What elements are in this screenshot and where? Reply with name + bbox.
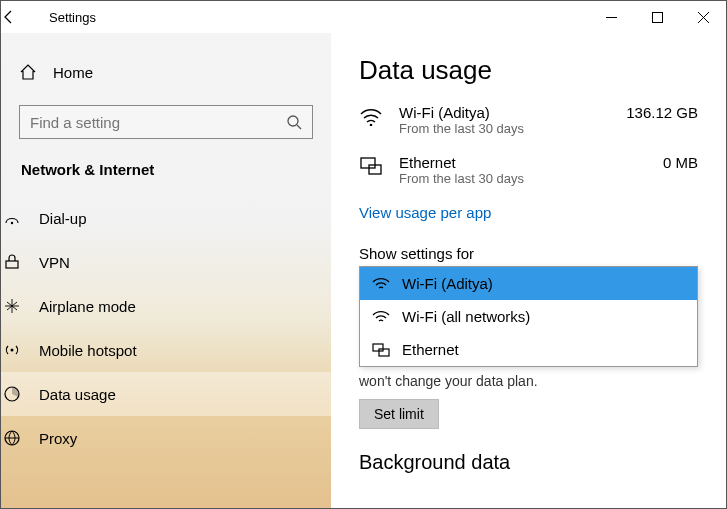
- proxy-icon: [3, 429, 21, 447]
- svg-point-4: [11, 222, 13, 224]
- svg-rect-10: [361, 158, 375, 168]
- ethernet-icon: [372, 343, 390, 357]
- svg-rect-5: [6, 261, 18, 268]
- back-button[interactable]: [1, 9, 49, 25]
- maximize-button[interactable]: [634, 1, 680, 33]
- set-limit-button[interactable]: Set limit: [359, 399, 439, 429]
- sidebar-item-data-usage[interactable]: Data usage: [1, 372, 349, 416]
- wifi-icon: [372, 277, 390, 291]
- show-settings-dropdown[interactable]: Wi-Fi (Aditya) Wi-Fi (all networks) Ethe…: [359, 266, 698, 367]
- usage-sub: From the last 30 days: [399, 121, 608, 136]
- sidebar-item-label: Proxy: [39, 430, 77, 447]
- data-usage-icon: [3, 385, 21, 403]
- vpn-icon: [3, 253, 21, 271]
- data-plan-hint: won't change your data plan.: [359, 373, 698, 389]
- sidebar-item-mobile-hotspot[interactable]: Mobile hotspot: [1, 328, 349, 372]
- svg-rect-13: [379, 349, 389, 356]
- window-title: Settings: [49, 10, 588, 25]
- sidebar-item-label: Data usage: [39, 386, 116, 403]
- usage-sub: From the last 30 days: [399, 171, 608, 186]
- sidebar-item-airplane-mode[interactable]: Airplane mode: [1, 284, 349, 328]
- sidebar-item-label: VPN: [39, 254, 70, 271]
- usage-name: Ethernet: [399, 154, 608, 171]
- wifi-icon: [372, 310, 390, 324]
- view-usage-link[interactable]: View usage per app: [359, 204, 491, 221]
- search-input[interactable]: [30, 114, 270, 131]
- show-settings-label: Show settings for: [359, 245, 698, 262]
- svg-point-6: [11, 349, 14, 352]
- dropdown-option-ethernet[interactable]: Ethernet: [360, 333, 697, 366]
- dropdown-option-label: Wi-Fi (all networks): [402, 308, 530, 325]
- sidebar: Home Network & Internet Dial-up: [1, 33, 331, 508]
- minimize-button[interactable]: [588, 1, 634, 33]
- ethernet-icon: [359, 154, 399, 176]
- dropdown-option-wifi-all[interactable]: Wi-Fi (all networks): [360, 300, 697, 333]
- dial-up-icon: [3, 209, 21, 227]
- wifi-icon: [359, 104, 399, 126]
- content-pane: Data usage Wi-Fi (Aditya) From the last …: [331, 33, 726, 508]
- usage-value: 136.12 GB: [608, 104, 698, 121]
- sidebar-item-proxy[interactable]: Proxy: [1, 416, 349, 460]
- sidebar-item-label: Dial-up: [39, 210, 87, 227]
- sidebar-item-label: Mobile hotspot: [39, 342, 137, 359]
- close-button[interactable]: [680, 1, 726, 33]
- search-icon: [286, 114, 302, 130]
- background-data-heading: Background data: [359, 451, 698, 474]
- svg-line-3: [297, 125, 301, 129]
- usage-value: 0 MB: [608, 154, 698, 171]
- airplane-icon: [3, 297, 21, 315]
- sidebar-item-label: Airplane mode: [39, 298, 136, 315]
- usage-name: Wi-Fi (Aditya): [399, 104, 608, 121]
- usage-row-wifi: Wi-Fi (Aditya) From the last 30 days 136…: [359, 104, 698, 136]
- dropdown-option-wifi-aditya[interactable]: Wi-Fi (Aditya): [360, 267, 697, 300]
- svg-point-2: [288, 116, 298, 126]
- svg-point-9: [370, 124, 373, 126]
- sidebar-home[interactable]: Home: [19, 53, 313, 91]
- page-title: Data usage: [359, 55, 698, 86]
- usage-row-ethernet: Ethernet From the last 30 days 0 MB: [359, 154, 698, 186]
- sidebar-item-dial-up[interactable]: Dial-up: [1, 196, 349, 240]
- svg-rect-1: [652, 12, 662, 22]
- svg-rect-12: [373, 344, 383, 351]
- sidebar-item-vpn[interactable]: VPN: [1, 240, 349, 284]
- dropdown-option-label: Ethernet: [402, 341, 459, 358]
- sidebar-section-label: Network & Internet: [19, 161, 313, 178]
- dropdown-option-label: Wi-Fi (Aditya): [402, 275, 493, 292]
- home-icon: [19, 63, 37, 81]
- hotspot-icon: [3, 341, 21, 359]
- sidebar-home-label: Home: [53, 64, 93, 81]
- search-box[interactable]: [19, 105, 313, 139]
- titlebar: Settings: [1, 1, 726, 33]
